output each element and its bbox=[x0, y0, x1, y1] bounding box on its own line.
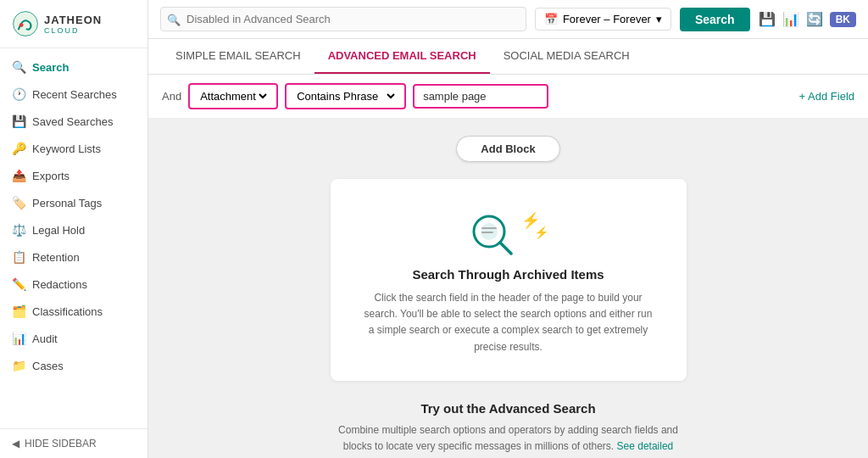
sidebar-item-saved-searches[interactable]: 💾 Saved Searches bbox=[0, 108, 147, 135]
main-content: 🔍 📅 Forever – Forever ▾ Search 💾 📊 🔄 BK … bbox=[148, 0, 868, 458]
refresh-icon[interactable]: 🔄 bbox=[806, 11, 823, 27]
add-block-button[interactable]: Add Block bbox=[456, 136, 559, 162]
sidebar-item-redactions[interactable]: ✏️ Redactions bbox=[0, 271, 147, 298]
sidebar-item-recent-searches-label: Recent Searches bbox=[32, 88, 117, 101]
sidebar-item-classifications-label: Classifications bbox=[32, 305, 103, 318]
sidebar-item-exports[interactable]: 📤 Exports bbox=[0, 162, 147, 189]
search-nav-icon: 🔍 bbox=[12, 60, 25, 74]
retention-icon: 📋 bbox=[12, 250, 25, 264]
recent-searches-icon: 🕐 bbox=[12, 87, 25, 101]
cases-icon: 📁 bbox=[12, 359, 25, 372]
sidebar-item-legal-hold-label: Legal Hold bbox=[32, 224, 85, 237]
logo: JATHEON CLOUD bbox=[0, 0, 147, 48]
sidebar-item-personal-tags-label: Personal Tags bbox=[32, 197, 102, 209]
logo-text: JATHEON bbox=[44, 14, 102, 26]
advanced-search-title: Try out the Advanced Search bbox=[420, 401, 595, 416]
sidebar-item-search-label: Search bbox=[32, 61, 69, 74]
svg-text:⚡: ⚡ bbox=[534, 226, 549, 240]
sidebar-item-search[interactable]: 🔍 Search bbox=[0, 53, 147, 81]
sidebar-item-keyword-lists-label: Keyword Lists bbox=[32, 142, 101, 155]
sidebar-nav: 🔍 Search 🕐 Recent Searches 💾 Saved Searc… bbox=[0, 48, 147, 428]
sidebar-item-saved-searches-label: Saved Searches bbox=[32, 115, 113, 128]
sidebar: JATHEON CLOUD 🔍 Search 🕐 Recent Searches… bbox=[0, 0, 148, 458]
illustration-wrap: ⚡ ⚡ bbox=[364, 204, 653, 255]
keyword-lists-icon: 🔑 bbox=[12, 142, 25, 155]
svg-line-4 bbox=[500, 243, 511, 254]
hide-sidebar-button[interactable]: ◀ HIDE SIDEBAR bbox=[0, 428, 147, 458]
saved-searches-icon: 💾 bbox=[12, 114, 25, 128]
content-area: SIMPLE EMAIL SEARCH ADVANCED EMAIL SEARC… bbox=[148, 39, 868, 458]
add-field-button[interactable]: + Add Field bbox=[799, 90, 854, 103]
filter-row: And Attachment Subject From To Body Date… bbox=[148, 75, 868, 119]
info-card-description: Click the search field in the header of … bbox=[364, 290, 653, 355]
calendar-icon: 📅 bbox=[544, 13, 558, 25]
conjunction-label: And bbox=[162, 90, 181, 103]
field-selector[interactable]: Attachment Subject From To Body Date bbox=[188, 83, 278, 109]
search-illustration: ⚡ ⚡ bbox=[453, 204, 564, 255]
hide-sidebar-label: HIDE SIDEBAR bbox=[25, 438, 97, 450]
personal-tags-icon: 🏷️ bbox=[12, 196, 25, 209]
operator-selector[interactable]: Contains Phrase Contains Does Not Contai… bbox=[285, 83, 406, 109]
operator-select-input[interactable]: Contains Phrase Contains Does Not Contai… bbox=[293, 89, 398, 103]
header-search-icon: 🔍 bbox=[167, 13, 181, 25]
legal-hold-icon: ⚖️ bbox=[12, 223, 25, 237]
tab-advanced-email-search[interactable]: ADVANCED EMAIL SEARCH bbox=[314, 39, 490, 74]
audit-icon: 📊 bbox=[12, 332, 25, 345]
logo-icon bbox=[12, 10, 39, 37]
sidebar-item-cases[interactable]: 📁 Cases bbox=[0, 352, 147, 379]
redactions-icon: ✏️ bbox=[12, 277, 25, 291]
header-search-input[interactable] bbox=[160, 7, 526, 31]
logo-subtext: CLOUD bbox=[44, 26, 102, 35]
field-select-input[interactable]: Attachment Subject From To Body Date bbox=[197, 89, 270, 103]
info-card: ⚡ ⚡ Search Through Archived Items Click … bbox=[331, 179, 687, 381]
sidebar-item-retention[interactable]: 📋 Retention bbox=[0, 243, 147, 271]
sidebar-item-recent-searches[interactable]: 🕐 Recent Searches bbox=[0, 81, 147, 108]
svg-point-1 bbox=[19, 23, 24, 27]
exports-icon: 📤 bbox=[12, 169, 25, 182]
classifications-icon: 🗂️ bbox=[12, 304, 25, 318]
header-search-wrap: 🔍 bbox=[160, 7, 526, 31]
filter-value-input[interactable] bbox=[413, 84, 548, 109]
tab-bar: SIMPLE EMAIL SEARCH ADVANCED EMAIL SEARC… bbox=[148, 39, 868, 75]
sidebar-item-retention-label: Retention bbox=[32, 251, 80, 264]
header-actions: 💾 📊 🔄 BK bbox=[759, 11, 856, 27]
sidebar-item-redactions-label: Redactions bbox=[32, 278, 87, 291]
save-search-icon[interactable]: 💾 bbox=[759, 11, 776, 27]
date-range-value: Forever – Forever bbox=[563, 13, 651, 25]
sidebar-item-classifications[interactable]: 🗂️ Classifications bbox=[0, 298, 147, 325]
tab-social-media-search[interactable]: SOCIAL MEDIA SEARCH bbox=[490, 39, 643, 74]
tab-simple-email-search[interactable]: SIMPLE EMAIL SEARCH bbox=[162, 39, 314, 74]
date-range-selector[interactable]: 📅 Forever – Forever ▾ bbox=[535, 8, 671, 31]
svg-point-0 bbox=[14, 12, 38, 36]
sidebar-item-legal-hold[interactable]: ⚖️ Legal Hold bbox=[0, 216, 147, 243]
user-badge: BK bbox=[830, 12, 856, 27]
search-button[interactable]: Search bbox=[680, 8, 750, 31]
sidebar-item-cases-label: Cases bbox=[32, 360, 64, 372]
hide-sidebar-arrow-icon: ◀ bbox=[12, 438, 19, 450]
sidebar-item-keyword-lists[interactable]: 🔑 Keyword Lists bbox=[0, 135, 147, 162]
info-card-title: Search Through Archived Items bbox=[364, 267, 653, 282]
header: 🔍 📅 Forever – Forever ▾ Search 💾 📊 🔄 BK bbox=[148, 0, 868, 39]
sidebar-item-audit[interactable]: 📊 Audit bbox=[0, 325, 147, 352]
export-icon[interactable]: 📊 bbox=[782, 11, 799, 27]
advanced-search-section: Try out the Advanced Search Combine mult… bbox=[331, 401, 687, 458]
sidebar-item-exports-label: Exports bbox=[32, 170, 70, 182]
sidebar-item-personal-tags[interactable]: 🏷️ Personal Tags bbox=[0, 189, 147, 216]
center-area: Add Block ⚡ ⚡ bbox=[148, 119, 868, 458]
advanced-search-description: Combine multiple search options and oper… bbox=[331, 422, 687, 458]
chevron-down-icon: ▾ bbox=[656, 13, 662, 25]
sidebar-item-audit-label: Audit bbox=[32, 332, 58, 345]
